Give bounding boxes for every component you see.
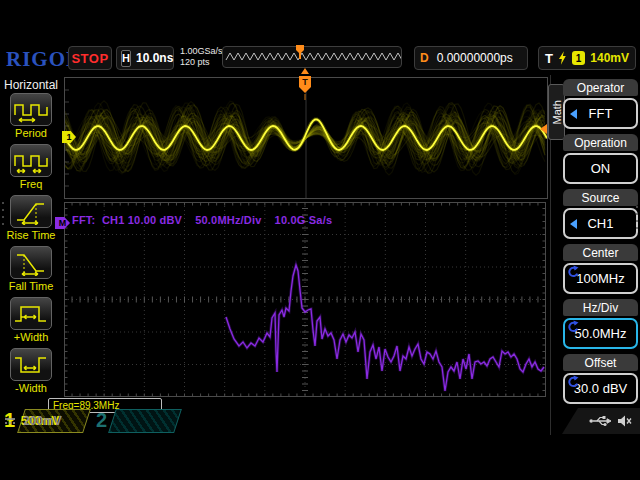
chevron-left-icon (570, 219, 577, 229)
freq-icon (13, 148, 49, 174)
sample-rate-block: 1.00GSa/s 120 pts (180, 46, 223, 68)
trigger-source-badge: 1 (572, 51, 586, 65)
svg-text:T: T (302, 77, 308, 87)
ch2-badge[interactable] (108, 409, 182, 433)
menu-item-minus-width[interactable]: -Width (10, 348, 52, 394)
menu-hzdiv[interactable]: Hz/Div 50.0MHz (563, 299, 638, 349)
menu-item-label: Period (15, 127, 47, 139)
menu-item-rise-time[interactable]: Rise Time (7, 195, 56, 241)
chevron-left-icon (570, 109, 577, 119)
sample-rate: 1.00GSa/s (180, 46, 223, 57)
fft-display (64, 202, 546, 397)
menu-label: Center (563, 244, 638, 261)
usb-icon (589, 415, 611, 427)
plus-width-icon (13, 301, 49, 327)
memory-position-strip (222, 46, 402, 68)
period-icon (13, 97, 49, 123)
menu-item-period[interactable]: Period (10, 93, 52, 139)
trigger-status[interactable]: T 1 140mV (538, 46, 636, 70)
left-scroll-dots (2, 202, 4, 225)
menu-item-label: -Width (15, 382, 47, 394)
fall-time-icon (13, 250, 49, 276)
menu-source[interactable]: Source CH1 (563, 189, 638, 239)
menu-value: 100MHz (576, 271, 624, 286)
menu-label: Offset (563, 354, 638, 371)
menu-label: Operation (563, 134, 638, 151)
status-icon-tray (562, 408, 640, 434)
menu-item-freq[interactable]: Freq (10, 144, 52, 190)
menu-center[interactable]: Center 100MHz (563, 244, 638, 294)
menu-item-fall-time[interactable]: Fall Time (9, 246, 54, 292)
menu-operation[interactable]: Operation ON (563, 134, 638, 184)
menu-operator[interactable]: Operator FFT (563, 79, 638, 129)
menu-value: 50.0MHz (574, 326, 626, 341)
menu-label: Source (563, 189, 638, 206)
trigger-position-marker[interactable]: T (297, 68, 313, 100)
t-badge: T (545, 51, 553, 66)
ch2-badge-text: 200mV (0, 409, 66, 433)
sound-muted-icon (617, 415, 632, 427)
fft-spectrum (64, 202, 546, 397)
minus-width-icon (13, 352, 49, 378)
h-badge: H (121, 50, 131, 67)
menu-item-label: Fall Time (9, 280, 54, 292)
memory-depth: 120 pts (180, 57, 223, 68)
run-stop-button[interactable]: STOP (68, 46, 112, 70)
fft-settings-readout: FFT: CH1 10.00 dBV 50.0MHz/Div 10.0G Sa/… (72, 214, 332, 226)
menu-value: 30.0 dBV (574, 381, 628, 396)
menu-item-plus-width[interactable]: +Width (10, 297, 52, 343)
menu-value: FFT (589, 106, 613, 121)
trigger-edge-icon (558, 51, 567, 65)
memory-waveform-preview (223, 47, 401, 67)
d-badge: D (420, 51, 429, 65)
knob-rotate-icon (566, 265, 579, 278)
ch2-scale: 200mV (23, 414, 62, 428)
menu-item-label: +Width (14, 331, 49, 343)
menu-item-label: Rise Time (7, 229, 56, 241)
menu-value: CH1 (587, 216, 613, 231)
trigger-level-value: 140mV (590, 51, 629, 65)
menu-value: ON (591, 161, 611, 176)
menu-item-label: Freq (20, 178, 43, 190)
math-tab-label: Math (551, 100, 563, 124)
delay-value: 0.00000000ps (437, 51, 513, 65)
knob-rotate-icon (566, 320, 579, 333)
left-menu-title: Horizontal (0, 78, 62, 92)
horizontal-status-button[interactable]: H 10.0ns (116, 46, 174, 70)
strip-trigger-position-icon (294, 45, 306, 59)
trigger-level-marker[interactable] (540, 124, 547, 134)
menu-label: Hz/Div (563, 299, 638, 316)
timebase-value: 10.0ns (136, 51, 173, 65)
knob-rotate-icon (566, 375, 579, 388)
ch2-dc-coupling-icon (4, 416, 16, 426)
ch2-badge-number[interactable]: 2 (96, 409, 107, 432)
rise-time-icon (13, 199, 49, 225)
menu-offset[interactable]: Offset 30.0 dBV (563, 354, 638, 404)
menu-label: Operator (563, 79, 638, 96)
delay-status[interactable]: D 0.00000000ps (414, 46, 528, 70)
right-scroll-dots (636, 206, 638, 229)
